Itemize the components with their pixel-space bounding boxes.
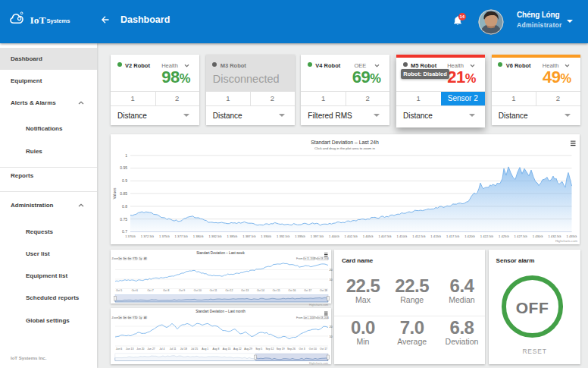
- svg-text:Oct 7: Oct 7: [147, 289, 153, 292]
- svg-text:Oct 11, 2016: Oct 11, 2016: [303, 257, 315, 260]
- svg-text:Standart Deviation – Last mont: Standart Deviation – Last month: [195, 310, 246, 313]
- svg-text:Oct 11: Oct 11: [210, 289, 217, 292]
- svg-text:Standart Deviation – Last week: Standart Deviation – Last week: [196, 251, 245, 255]
- svg-text:Jun 13: Jun 13: [126, 348, 133, 351]
- svg-text:3m: 3m: [123, 316, 127, 319]
- svg-text:From: From: [296, 316, 302, 319]
- svg-text:Oct 8: Oct 8: [163, 289, 169, 292]
- svg-text:YTD: YTD: [133, 257, 138, 260]
- svg-text:Sep 5: Sep 5: [255, 348, 262, 351]
- svg-text:Oct 18, 2016: Oct 18, 2016: [317, 316, 329, 319]
- svg-text:Oct 15: Oct 15: [273, 289, 280, 292]
- svg-text:Sep 12: Sep 12: [266, 348, 274, 351]
- svg-text:Highcharts.com: Highcharts.com: [309, 304, 328, 307]
- svg-text:Oct 17: Oct 17: [320, 348, 327, 351]
- svg-text:Oct 5: Oct 5: [116, 289, 122, 292]
- svg-text:Oct 18, 2016: Oct 18, 2016: [317, 257, 329, 260]
- svg-text:Oct 12: Oct 12: [225, 289, 233, 292]
- svg-text:Aug 8: Aug 8: [212, 348, 219, 351]
- svg-text:Jun 6: Jun 6: [116, 348, 122, 351]
- svg-text:Oct 10: Oct 10: [309, 348, 317, 351]
- svg-text:Jul 18: Jul 18: [180, 348, 187, 351]
- svg-text:1m: 1m: [118, 316, 122, 319]
- svg-text:3m: 3m: [123, 257, 127, 260]
- svg-text:Jun 27: Jun 27: [148, 348, 155, 351]
- svg-text:Oct 14: Oct 14: [257, 289, 264, 292]
- svg-text:Oct 16: Oct 16: [289, 289, 296, 292]
- svg-text:Jul 25: Jul 25: [191, 348, 198, 351]
- svg-text:Jul 11: Jul 11: [170, 348, 177, 351]
- svg-text:Oct 17: Oct 17: [304, 289, 311, 292]
- svg-text:Aug 1: Aug 1: [202, 348, 208, 351]
- svg-text:10: 10: [330, 278, 333, 282]
- svg-text:Sep 19: Sep 19: [277, 348, 285, 351]
- svg-text:Oct 6: Oct 6: [132, 289, 138, 292]
- svg-text:Aug 29: Aug 29: [244, 348, 252, 351]
- svg-text:Jun 20: Jun 20: [136, 348, 144, 351]
- svg-text:10: 10: [330, 335, 333, 338]
- svg-text:1y: 1y: [139, 316, 142, 319]
- svg-text:6m: 6m: [128, 316, 132, 319]
- svg-text:Highcharts.com: Highcharts.com: [309, 362, 328, 365]
- svg-text:Oct 3: Oct 3: [299, 348, 305, 351]
- svg-text:Oct 9: Oct 9: [179, 289, 185, 292]
- svg-text:Jul 4: Jul 4: [159, 348, 164, 351]
- svg-text:Oct 13: Oct 13: [241, 289, 249, 292]
- svg-text:From: From: [296, 257, 302, 260]
- svg-text:Aug 15: Aug 15: [223, 348, 231, 351]
- svg-text:Sep 26: Sep 26: [287, 348, 296, 351]
- svg-text:1y: 1y: [139, 257, 142, 260]
- svg-text:Aug 22: Aug 22: [233, 348, 242, 351]
- svg-text:20: 20: [330, 269, 333, 272]
- svg-text:1m: 1m: [118, 257, 122, 260]
- svg-text:6m: 6m: [128, 257, 132, 260]
- svg-text:All: All: [144, 257, 147, 260]
- svg-text:20: 20: [330, 326, 333, 329]
- svg-text:Oct 10: Oct 10: [194, 289, 202, 292]
- svg-text:YTD: YTD: [133, 316, 138, 319]
- svg-text:Jun 1, 2016: Jun 1, 2016: [304, 316, 315, 319]
- svg-text:Oct 18: Oct 18: [320, 289, 327, 292]
- svg-text:All: All: [144, 316, 147, 319]
